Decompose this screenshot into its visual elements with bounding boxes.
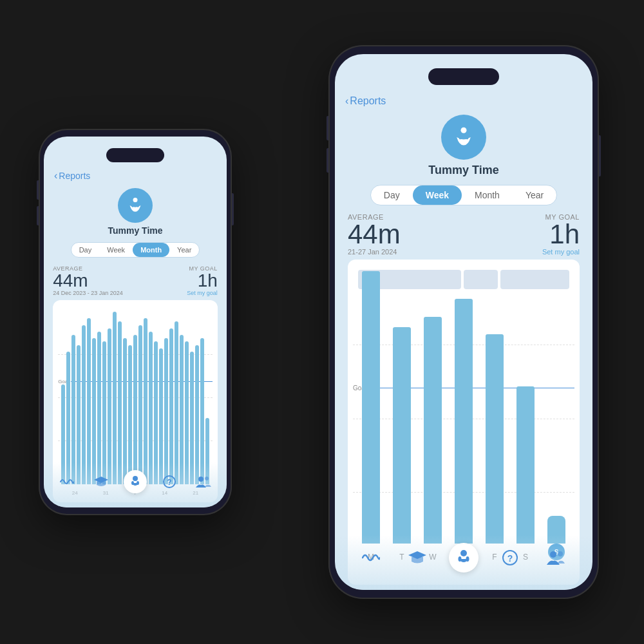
- power-btn[interactable]: [599, 135, 601, 176]
- bar-group-small-28: [205, 312, 210, 484]
- bar-group-small-13: [128, 312, 133, 484]
- tummy-time-icon: [126, 196, 144, 214]
- bar-group-small-23: [179, 312, 184, 484]
- nav-help[interactable]: ?: [158, 470, 181, 493]
- large-nav-help[interactable]: ?: [495, 543, 525, 573]
- stats-row: AVERAGE 44m 24 Dec 2023 - 23 Jan 2024 MY…: [53, 265, 218, 296]
- vol-down-button[interactable]: [327, 148, 328, 173]
- large-nav-baby[interactable]: [449, 543, 478, 573]
- svg-point-9: [198, 477, 204, 482]
- large-chart-inner: Goal MTWTFSS: [353, 265, 574, 580]
- bar-group-large-3: T: [448, 271, 479, 562]
- large-nav-learn[interactable]: [402, 543, 432, 573]
- bar-group-small-0: [61, 312, 66, 484]
- svg-point-4: [133, 476, 138, 481]
- large-tab-month[interactable]: Month: [462, 185, 513, 205]
- svg-point-21: [558, 551, 563, 556]
- tab-day[interactable]: Day: [71, 243, 100, 257]
- small-phone: ‹ Reports Tummy Time Day Week Month Y: [39, 129, 232, 515]
- bar-small-22: [175, 321, 178, 484]
- svg-point-12: [459, 137, 462, 140]
- bar-group-large-5: S: [510, 271, 541, 562]
- nav-people[interactable]: [192, 470, 215, 493]
- bar-group-small-3: [76, 312, 81, 484]
- dynamic-island: [106, 148, 164, 162]
- tab-year[interactable]: Year: [169, 243, 199, 257]
- tab-week[interactable]: Week: [99, 243, 133, 257]
- svg-point-10: [205, 477, 209, 480]
- bar-group-small-11: [117, 312, 122, 484]
- large-average-block: AVERAGE 44m 21-27 Jan 2024: [348, 213, 401, 256]
- average-block: AVERAGE 44m 24 Dec 2023 - 23 Jan 2024: [53, 265, 123, 296]
- large-wave-icon: [362, 551, 380, 565]
- large-phone-screen: ‹ Reports Tummy Time Day Week Month Y: [335, 54, 592, 590]
- goal-value: 1h: [187, 272, 218, 290]
- bar-group-small-8: [102, 312, 107, 484]
- bar-large-3: [455, 299, 473, 544]
- back-chevron-icon: ‹: [54, 170, 57, 182]
- large-nav-people[interactable]: [542, 543, 571, 573]
- bar-large-5: [516, 386, 535, 544]
- bar-group-small-20: [164, 312, 169, 484]
- large-bottom-nav: ?: [335, 535, 592, 590]
- bar-group-small-26: [194, 312, 200, 484]
- bar-small-10: [113, 312, 117, 484]
- svg-point-16: [459, 556, 462, 562]
- large-bars-area: MTWTFSS: [353, 271, 574, 562]
- bar-group-small-5: [86, 312, 91, 484]
- bar-group-small-2: [71, 312, 76, 484]
- bar-group-small-27: [200, 312, 205, 484]
- goal-block: MY GOAL 1h Set my goal: [187, 265, 218, 296]
- large-back-button[interactable]: ‹ Reports: [345, 95, 386, 107]
- average-value: 44m: [53, 272, 123, 290]
- vol-up-button[interactable]: [327, 116, 328, 140]
- tab-month[interactable]: Month: [133, 243, 169, 257]
- tab-bar: Day Week Month Year: [71, 242, 200, 258]
- bar-small-7: [97, 332, 101, 484]
- bar-group-small-1: [66, 312, 71, 484]
- volume-up-button[interactable]: [37, 180, 39, 200]
- svg-point-6: [137, 481, 139, 485]
- baby-icon: [128, 474, 143, 489]
- large-nav-waves[interactable]: [356, 543, 386, 573]
- bar-small-5: [87, 318, 91, 484]
- large-date-range: 21-27 Jan 2024: [348, 248, 401, 256]
- svg-point-11: [461, 128, 467, 133]
- large-tab-year[interactable]: Year: [513, 185, 556, 205]
- bar-group-small-4: [81, 312, 86, 484]
- large-back-label: Reports: [350, 95, 386, 107]
- svg-point-1: [131, 205, 133, 207]
- bar-group-large-0: M: [355, 271, 386, 562]
- people-icon: [196, 475, 211, 489]
- bottom-nav: ?: [44, 462, 227, 507]
- large-tab-week[interactable]: Week: [413, 185, 462, 205]
- bar-group-small-12: [122, 312, 128, 484]
- bar-group-small-24: [184, 312, 189, 484]
- large-tab-day[interactable]: Day: [371, 185, 413, 205]
- bar-group-small-6: [91, 312, 97, 484]
- bar-small-15: [138, 325, 142, 484]
- back-button[interactable]: ‹ Reports: [54, 170, 90, 182]
- power-button[interactable]: [232, 193, 234, 225]
- large-stats-row: AVERAGE 44m 21-27 Jan 2024 MY GOAL 1h Se…: [348, 213, 580, 256]
- bar-group-small-16: [143, 312, 148, 484]
- bar-group-large-4: F: [479, 271, 510, 562]
- small-phone-screen: ‹ Reports Tummy Time Day Week Month Y: [44, 137, 227, 507]
- bar-group-small-10: [112, 312, 117, 484]
- bar-group-small-19: [158, 312, 164, 484]
- volume-down-button[interactable]: [37, 206, 39, 225]
- nav-baby[interactable]: [124, 470, 147, 493]
- large-average-value: 44m: [348, 221, 401, 248]
- nav-waves[interactable]: [55, 470, 79, 493]
- svg-point-20: [550, 551, 556, 558]
- screen-title: Tummy Time: [108, 225, 162, 236]
- nav-learn[interactable]: [90, 470, 113, 493]
- large-question-icon: ?: [501, 549, 519, 567]
- large-baby-icon: [454, 548, 473, 567]
- svg-point-0: [133, 198, 138, 202]
- large-set-goal-button[interactable]: Set my goal: [542, 248, 580, 256]
- wave-icon: [60, 476, 74, 488]
- set-goal-button[interactable]: Set my goal: [187, 290, 218, 296]
- bar-group-small-25: [189, 312, 194, 484]
- bar-large-0: [362, 271, 381, 544]
